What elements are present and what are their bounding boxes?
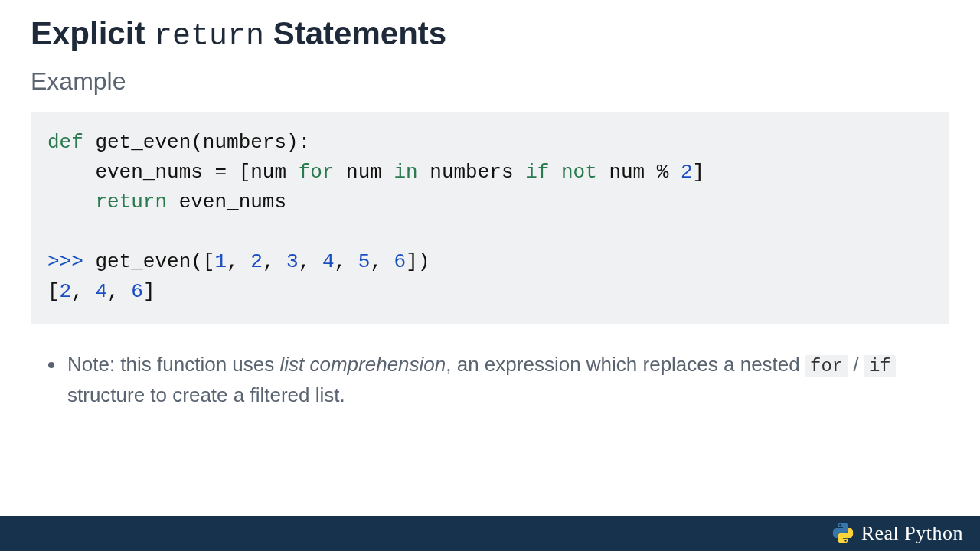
num-literal: 2 [681,161,693,184]
code-text: , [263,250,286,273]
note-text: Note: this function uses [67,353,279,376]
code-text: , [71,280,95,303]
code-text: ] [143,280,155,303]
num-literal: 1 [214,250,227,273]
num-literal: 2 [250,250,263,273]
title-part1: Explicit [31,15,154,51]
note-text: , an expression which replaces a nested [446,353,805,376]
note-list: Note: this function uses list comprehens… [31,350,949,410]
brand-text: Real Python [861,522,963,545]
code-text: num [334,161,394,184]
code-text: numbers [418,161,525,184]
repl-prompt: >>> [47,250,83,273]
note-em: list comprehension [279,353,446,376]
code-text: [ [47,280,60,303]
kw-if: if [525,161,549,184]
note-text: / [848,353,864,376]
num-literal: 2 [60,280,72,303]
footer-bar: Real Python [0,516,980,551]
num-literal: 5 [358,250,371,273]
slide-title: Explicit return Statements [31,15,949,54]
code-text: ] [693,161,705,184]
slide-subtitle: Example [31,67,949,96]
code-text [549,161,561,184]
num-literal: 4 [95,280,107,303]
kw-not: not [561,161,597,184]
code-text: , [299,250,322,273]
code-text: , [335,250,358,273]
brand: Real Python [832,522,963,545]
kw-for: for [299,161,335,184]
code-block: def get_even(numbers): even_nums = [num … [31,112,949,324]
code-text: even_nums [167,191,286,214]
note-mono-if: if [864,355,896,377]
code-text: even_nums = [num [47,161,299,184]
note-mono-for: for [805,355,848,377]
code-text: ]) [406,250,430,273]
code-text: get_even([ [83,250,215,273]
code-text: , [370,250,394,273]
num-literal: 4 [322,250,335,273]
kw-def: def [47,131,83,154]
kw-in: in [394,161,417,184]
num-literal: 6 [131,280,143,303]
code-text: get_even(numbers): [83,131,310,154]
code-text: , [107,280,131,303]
title-code: return [154,19,264,54]
code-text: num % [597,161,681,184]
code-text: , [227,250,250,273]
note-text: structure to create a filtered list. [67,383,345,406]
title-part2: Statements [264,15,446,51]
num-literal: 3 [286,250,299,273]
num-literal: 6 [394,250,407,273]
note-item: Note: this function uses list comprehens… [66,350,949,410]
code-text [47,191,95,214]
slide-content: Explicit return Statements Example def g… [0,0,980,410]
kw-return: return [95,191,167,214]
python-logo-icon [832,523,854,544]
